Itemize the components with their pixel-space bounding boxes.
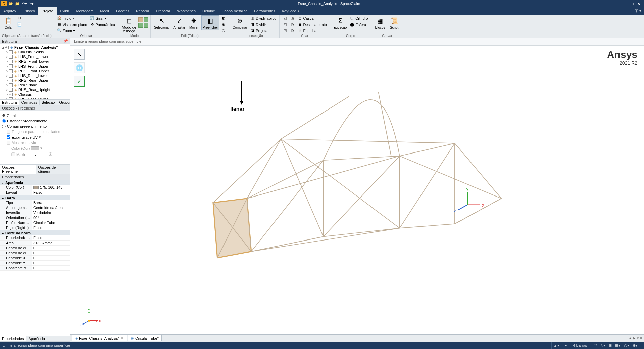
panoramic-button[interactable]: ✥Panorâmica [89, 21, 116, 27]
folder-icon[interactable]: 📁 [15, 1, 20, 6]
view-canvas[interactable]: ↖ 🌐 ✓ [70, 46, 644, 334]
tab-detalhe[interactable]: Detalhe [199, 7, 218, 15]
structure-tab-selecao[interactable]: Seleção [40, 100, 57, 105]
tab-montagem[interactable]: Montagem [72, 7, 97, 15]
mode-cell-1[interactable] [138, 17, 143, 22]
color-picker[interactable] [31, 146, 39, 150]
open-icon[interactable]: 📂 [8, 1, 13, 6]
prop-row[interactable]: Profile Name (NomCircular Tube [0, 220, 70, 225]
sketch-mode-button[interactable]: ◻ Modo deesboço [120, 15, 138, 34]
drag-button[interactable]: ⤢Arrastar [172, 15, 187, 30]
prop-row[interactable]: Centro de cisalham0 [0, 251, 70, 256]
prop-row[interactable]: Centroide Y0 [0, 261, 70, 266]
create-sm-1[interactable]: ◰ [282, 15, 288, 21]
split-body-button[interactable]: ◫Dividir corpo [249, 15, 277, 21]
max-input[interactable] [34, 152, 47, 157]
tab-arquivo[interactable]: Arquivo [0, 7, 19, 15]
status-icon-1[interactable]: ⬚ [593, 343, 598, 348]
script-button[interactable]: 📜Script [388, 15, 401, 30]
prop-row[interactable]: Rigid (Rígido)Falso [0, 225, 70, 230]
tab-facetas[interactable]: Facetas [113, 7, 133, 15]
prop-row[interactable]: Orientation (Orienta90° [0, 215, 70, 220]
sphere-button[interactable]: ⬤Esfera [349, 21, 369, 27]
status-dropdown-1[interactable]: ▴ ▾ [551, 342, 562, 349]
tree-item[interactable]: ▷◈LHS_Rear_Lower [1, 73, 69, 78]
select-button[interactable]: ↖Selecionar [153, 15, 171, 30]
project-button[interactable]: ◪Projetar [249, 28, 277, 33]
prop-row[interactable]: Ancoragem de cortCentroide da área [0, 205, 70, 210]
tab-reparar[interactable]: Reparar [133, 7, 153, 15]
split-button[interactable]: ◨Dividir [249, 21, 277, 27]
structure-tab-estrutura[interactable]: Estrutura [0, 100, 19, 105]
mode-grid[interactable] [138, 17, 148, 28]
tree-item[interactable]: ▷◈RHS_Rear_Upright [1, 87, 69, 92]
tab-projeto[interactable]: Projeto [38, 7, 57, 15]
status-icon-5[interactable]: ◎▾ [623, 343, 630, 348]
create-sm-2[interactable]: ◱ [282, 21, 288, 27]
prop-row[interactable]: Propriedades modifFalso [0, 235, 70, 241]
create-sm-3[interactable]: ◲ [282, 28, 288, 33]
shell-button[interactable]: ◻Casca [296, 15, 328, 21]
maximize-button[interactable]: □ [631, 1, 634, 6]
edit-extra-1[interactable]: ◐ [220, 15, 227, 21]
tree-item[interactable]: ▷◈RHS_Front_Upper [1, 69, 69, 73]
offset-button[interactable]: ◼Deslocamento [296, 21, 328, 27]
mode-cell-2[interactable] [144, 17, 148, 22]
prop-section[interactable]: ⌄ Barra [0, 195, 70, 200]
create-sm-5[interactable]: ◴ [289, 21, 296, 27]
structure-tree[interactable]: ◢◈Fsae_Chassis_Analysis* ▷◈Chassis_Solid… [0, 44, 70, 99]
zoom-button[interactable]: 🔍Zoom ▾ [56, 28, 88, 33]
tree-item[interactable]: ▷◈LHS_Front_Upper [1, 64, 69, 69]
prop-row[interactable]: Centroide X0 [0, 256, 70, 261]
tree-item[interactable]: ▷◈RHS_Front_Lower [1, 59, 69, 64]
prop-row[interactable]: LayoutFalso [0, 190, 70, 195]
status-icon-2[interactable]: ↖▾ [599, 343, 606, 348]
prop-section[interactable]: ⌄ Corte da barra [0, 230, 70, 235]
tree-item[interactable]: ▷◈RHS_Rear_Upper [1, 78, 69, 83]
doc-tab-chassis[interactable]: ◈Fsae_Chassis_Analysis*✕ [72, 335, 127, 341]
options-tab-camera[interactable]: Opções de câmera [36, 165, 70, 174]
paste-button[interactable]: 📋 Colar [2, 15, 15, 30]
status-icon-4[interactable]: ▦▾ [614, 343, 622, 348]
prop-section[interactable]: ⌄ Aparência [0, 180, 70, 185]
rotate-button[interactable]: 🔄Girar ▾ [89, 15, 116, 21]
move-button[interactable]: ✥Mover [187, 15, 201, 30]
combine-button[interactable]: ⊕Combinar [231, 15, 248, 30]
tree-item[interactable]: ▷◈Chassis_Solids [1, 50, 69, 54]
edit-extra-2[interactable]: ◉ [220, 21, 227, 27]
equation-button[interactable]: ΣEquação [332, 15, 348, 30]
close-tab-icon[interactable]: ✕ [121, 336, 124, 340]
plane-view-button[interactable]: ▦Vista em plano [56, 21, 88, 27]
copy-button[interactable]: 📄 [16, 21, 23, 27]
prop-row[interactable]: Centro de cisalham0 [0, 246, 70, 251]
tab-keyshot[interactable]: KeyShot 3 [279, 7, 302, 15]
prop-row[interactable]: Área313,37mm² [0, 241, 70, 246]
status-dropdown-2[interactable]: ▾ [562, 342, 570, 349]
status-icon-6[interactable]: ⊕▾ [632, 343, 639, 348]
tree-root[interactable]: ◢◈Fsae_Chassis_Analysis* [1, 45, 69, 50]
help-icon[interactable]: ⓘ ▾ [632, 7, 644, 15]
edit-extra-3[interactable]: ◎ [220, 28, 227, 33]
redo-icon[interactable]: ↷▾ [28, 1, 34, 6]
fill-button[interactable]: ◧Preencher [201, 15, 219, 30]
create-sm-4[interactable]: ◳ [289, 15, 296, 21]
info-icon[interactable]: ⓘ [49, 152, 52, 157]
prop-row[interactable]: Color (Cor)175; 160; 143 [0, 185, 70, 190]
options-tab-fill[interactable]: Opções - Preencher [0, 165, 36, 174]
undo-icon[interactable]: ↶▾ [21, 1, 27, 6]
tree-item[interactable]: ▷◈LHS_Rear_Lower [1, 97, 69, 99]
extend-radio[interactable] [2, 119, 6, 123]
pin-icon[interactable]: 📌 [63, 39, 68, 43]
correct-radio[interactable] [2, 125, 6, 128]
cut-button[interactable]: ✂ [16, 15, 23, 21]
mode-cell-3[interactable] [138, 23, 143, 28]
uv-check[interactable] [7, 135, 10, 139]
properties-body[interactable]: ⌄ AparênciaColor (Cor)175; 160; 143Layou… [0, 180, 70, 336]
home-button[interactable]: 🏠Início ▾ [56, 15, 88, 21]
mirror-button[interactable]: ◽Espelhar [296, 28, 328, 33]
tab-exibir[interactable]: Exibir [57, 7, 73, 15]
props-tab-appear[interactable]: Aparência [26, 336, 47, 341]
mode-cell-4[interactable] [144, 23, 148, 28]
minimize-button[interactable]: ─ [625, 1, 628, 6]
structure-tab-camadas[interactable]: Camadas [19, 100, 40, 105]
